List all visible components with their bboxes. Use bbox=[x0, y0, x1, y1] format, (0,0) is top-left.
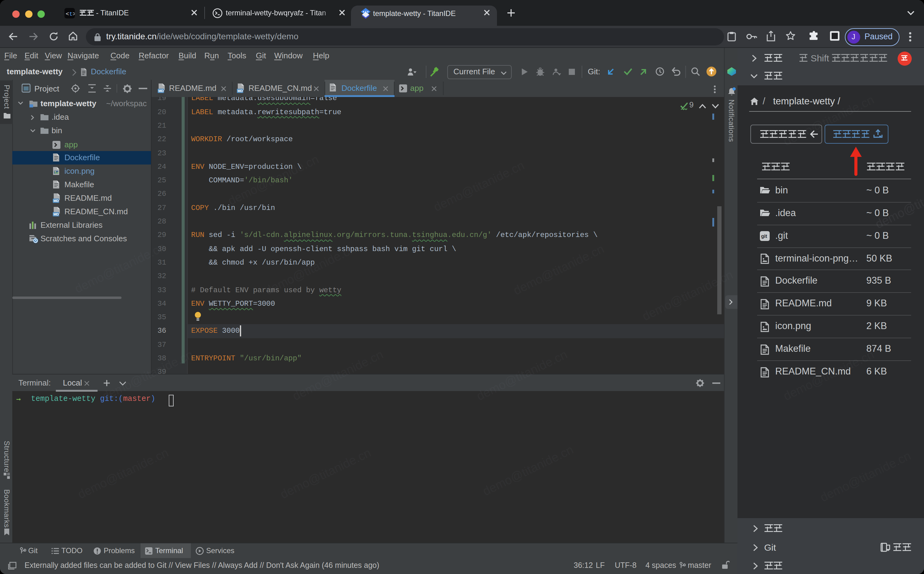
svg-text:MD: MD bbox=[53, 213, 58, 216]
svg-text:MD: MD bbox=[237, 89, 242, 93]
svg-text:MD: MD bbox=[158, 89, 163, 93]
svg-text:MD: MD bbox=[53, 199, 58, 202]
svg-text:git: git bbox=[761, 233, 767, 239]
